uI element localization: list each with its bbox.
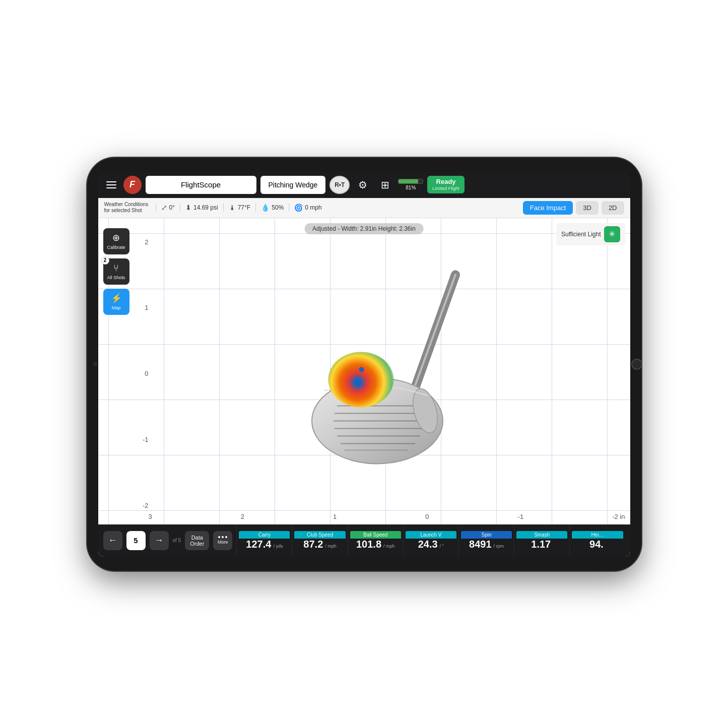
golf-club-svg (259, 270, 536, 481)
of-total-label: of 5 (173, 538, 181, 543)
stat-launch-v-unit: / ° (440, 544, 444, 549)
y-axis: 2 1 0 -1 -2 (139, 218, 149, 524)
top-nav-bar: F FlightScope Pitching Wedge R•T ⚙ ⊞ (98, 172, 630, 198)
x-axis: 3 2 1 0 -1 -2 in (149, 513, 625, 520)
annotation-label: Adjusted - Width: 2.91in Height: 2.36in (304, 223, 424, 234)
chart-area: Adjusted - Width: 2.91in Height: 2.36in … (98, 218, 630, 524)
3d-view-button[interactable]: 3D (576, 201, 599, 215)
impact-point-dot (359, 367, 364, 372)
settings-icon[interactable]: ⚙ (354, 176, 372, 194)
y-label-0: 0 (139, 370, 149, 377)
weather-label: Weather Conditions for selected Shot (104, 202, 150, 214)
stat-smash: Smash 1.17 (514, 524, 569, 557)
wind-speed-item: 🌀 0 mph (289, 204, 326, 212)
x-label-0: 0 (425, 513, 429, 520)
stat-ball-speed-value-row: 101.8 / mph (356, 539, 395, 550)
stat-launch-v-value-row: 24.3 / ° (418, 539, 444, 550)
stat-ball-speed-unit: / mph (383, 544, 395, 549)
stat-smash-value-row: 1.17 (531, 539, 553, 550)
stat-spin-unit: / rpm (494, 544, 504, 549)
pressure-item: ⬇ 14.69 psi (180, 204, 223, 212)
stats-area: Carry 127.4 / yds Club Speed 87.2 / mph (236, 524, 625, 557)
menu-button[interactable] (103, 178, 119, 191)
map-button[interactable]: ⚡ Map (103, 289, 129, 315)
data-order-button[interactable]: Data Order (185, 531, 209, 550)
x-label-neg2-in: -2 in (612, 513, 625, 520)
2d-view-button[interactable]: 2D (602, 201, 624, 215)
tablet-device: F FlightScope Pitching Wedge R•T ⚙ ⊞ (87, 158, 641, 571)
grid-icon[interactable]: ⊞ (376, 176, 394, 194)
golf-club-area (98, 218, 630, 524)
temperature-icon: 🌡 (229, 204, 236, 212)
back-button[interactable]: ← (103, 531, 122, 550)
stat-smash-value: 1.17 (531, 539, 551, 550)
bottom-bar: ← 5 → of 5 Data Order More (98, 524, 630, 557)
stat-launch-v-value: 24.3 (418, 539, 438, 550)
light-badge-text: Sufficient Light (561, 231, 601, 238)
stat-club-speed-label: Club Speed (294, 531, 345, 539)
left-controls: ⊕ Calibrate 2 ⑂ All Shots ⚡ Map (103, 228, 129, 315)
rt-button[interactable]: R•T (329, 176, 350, 194)
stat-carry: Carry 127.4 / yds (236, 524, 292, 557)
battery-indicator: 81% (398, 179, 423, 190)
x-label-3: 3 (149, 513, 152, 520)
impact-heat-map (328, 352, 393, 407)
calibrate-button[interactable]: ⊕ Calibrate (103, 228, 129, 254)
y-label-neg2: -2 (139, 502, 149, 509)
stat-spin: Spin 8491 / rpm (458, 524, 514, 557)
x-label-neg1: -1 (518, 513, 524, 520)
session-name-field[interactable]: FlightScope (146, 176, 256, 194)
stat-carry-value-row: 127.4 / yds (246, 539, 283, 550)
light-icon-button[interactable]: ✳ (604, 226, 620, 242)
stat-club-speed-value: 87.2 (303, 539, 323, 550)
stat-club-speed: Club Speed 87.2 / mph (292, 524, 347, 557)
stat-spin-value: 8491 (469, 539, 492, 550)
face-impact-button[interactable]: Face Impact (523, 201, 573, 215)
camera-dot (93, 362, 97, 366)
stat-carry-label: Carry (239, 531, 290, 539)
all-shots-button-wrap: 2 ⑂ All Shots (103, 258, 129, 285)
shot-counter: 5 (126, 531, 146, 550)
stat-height-label: Hei… (572, 531, 623, 539)
humidity-item: 💧 50% (255, 204, 289, 212)
view-buttons: Face Impact 3D 2D (523, 201, 624, 215)
main-content: Adjusted - Width: 2.91in Height: 2.36in … (98, 218, 630, 557)
weather-bar: Weather Conditions for selected Shot ⤢ 0… (98, 198, 630, 218)
stat-launch-v-label: Launch V (406, 531, 456, 539)
battery-bar (398, 179, 423, 184)
app-logo: F (123, 176, 142, 194)
stat-height-value-row: 94. (589, 539, 606, 550)
stat-spin-label: Spin (461, 531, 512, 539)
x-label-2: 2 (241, 513, 244, 520)
stat-ball-speed: Ball Speed 101.8 / mph (348, 524, 403, 557)
calibrate-icon: ⊕ (112, 232, 120, 243)
x-label-1: 1 (333, 513, 337, 520)
more-dots (218, 536, 227, 538)
stat-carry-unit: / yds (273, 544, 283, 549)
map-icon: ⚡ (111, 293, 122, 304)
stat-ball-speed-value: 101.8 (356, 539, 381, 550)
y-label-2: 2 (139, 238, 149, 246)
stat-launch-v: Launch V 24.3 / ° (403, 524, 458, 557)
stat-ball-speed-label: Ball Speed (350, 531, 401, 539)
home-button[interactable] (631, 359, 642, 370)
light-status-badge: Sufficient Light ✳ (556, 223, 625, 245)
club-selector[interactable]: Pitching Wedge (260, 176, 326, 194)
stat-height-value: 94. (589, 539, 604, 550)
stat-height: Hei… 94. (569, 524, 625, 557)
ready-status-button[interactable]: Ready Limited Flight (427, 176, 465, 193)
stat-club-speed-unit: / mph (325, 544, 337, 549)
y-label-neg1: -1 (139, 436, 149, 443)
more-button[interactable]: More (213, 531, 232, 550)
battery-fill (399, 179, 418, 183)
stat-spin-value-row: 8491 / rpm (469, 539, 504, 550)
stat-club-speed-value-row: 87.2 / mph (303, 539, 336, 550)
forward-button[interactable]: → (150, 531, 169, 550)
y-label-1: 1 (139, 304, 149, 311)
all-shots-badge: 2 (101, 256, 109, 264)
wind-direction-item: ⤢ 0° (156, 204, 180, 212)
all-shots-icon: ⑂ (113, 263, 119, 274)
humidity-icon: 💧 (261, 204, 270, 212)
stat-smash-label: Smash (516, 531, 567, 539)
tablet-screen: F FlightScope Pitching Wedge R•T ⚙ ⊞ (98, 172, 630, 557)
